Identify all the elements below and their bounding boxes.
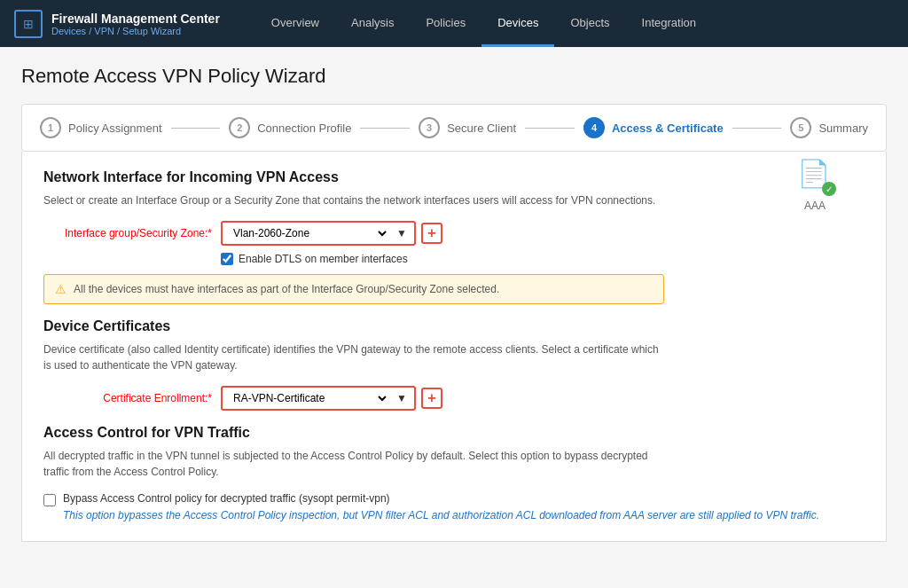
logo-text: Firewall Management Center Devices / VPN… [51, 12, 220, 36]
device-cert-title: Device Certificates [43, 318, 865, 334]
access-control-title: Access Control for VPN Traffic [43, 425, 865, 441]
step-connector-1 [171, 128, 221, 129]
dtls-checkbox-row: Enable DTLS on member interfaces [221, 253, 865, 265]
bypass-note: This option bypasses the Access Control … [63, 507, 819, 523]
logo-icon: ⊞ [14, 10, 43, 38]
step-5-label: Summary [818, 122, 868, 135]
interface-dropdown[interactable]: Vlan-2060-Zone ▼ [221, 221, 416, 246]
cert-dropdown[interactable]: RA-VPN-Certificate ▼ [221, 386, 416, 411]
breadcrumb: Devices / VPN / Setup Wizard [51, 26, 220, 36]
wizard-steps: 1 Policy Assignment 2 Connection Profile… [21, 104, 887, 152]
step-3-label: Secure Client [447, 122, 516, 135]
step-1-label: Policy Assignment [68, 122, 162, 135]
step-3: 3 Secure Client [419, 117, 516, 138]
step-1: 1 Policy Assignment [40, 117, 162, 138]
step-4-circle: 4 [583, 117, 605, 138]
step-connector-4 [732, 128, 782, 129]
step-2-label: Connection Profile [257, 122, 351, 135]
step-5: 5 Summary [790, 117, 868, 138]
nav-overview[interactable]: Overview [255, 0, 335, 47]
network-interface-title: Network Interface for Incoming VPN Acces… [43, 169, 865, 185]
cert-field-label: Certificate Enrollment:* [43, 392, 212, 404]
nav-devices[interactable]: Devices [481, 0, 554, 47]
step-connector-2 [360, 128, 410, 129]
warning-text: All the devices must have interfaces as … [74, 283, 499, 295]
cert-select[interactable]: RA-VPN-Certificate [230, 391, 389, 405]
nav-menu: Overview Analysis Policies Devices Objec… [255, 0, 712, 47]
interface-dropdown-wrapper: Vlan-2060-Zone ▼ + [221, 221, 442, 246]
access-control-section: Access Control for VPN Traffic All decry… [43, 425, 865, 523]
interface-field-row: Interface group/Security Zone:* Vlan-206… [43, 221, 865, 246]
step-2: 2 Connection Profile [229, 117, 351, 138]
app-title: Firewall Management Center [51, 12, 220, 26]
interface-select[interactable]: Vlan-2060-Zone [230, 226, 389, 240]
access-control-desc: All decrypted traffic in the VPN tunnel … [43, 448, 664, 480]
add-cert-button[interactable]: + [421, 388, 442, 409]
cert-dropdown-wrapper: RA-VPN-Certificate ▼ + [221, 386, 442, 411]
step-2-circle: 2 [229, 117, 250, 138]
step-1-circle: 1 [40, 117, 61, 138]
aaa-icon: 📄 ✓ [797, 161, 833, 196]
step-connector-3 [525, 128, 575, 129]
dropdown-arrow-icon: ▼ [396, 227, 407, 239]
page-title: Remote Access VPN Policy Wizard [21, 65, 887, 88]
bypass-text: Bypass Access Control policy for decrypt… [63, 492, 819, 523]
network-interface-desc: Select or create an Interface Group or a… [43, 192, 664, 208]
aaa-label: AAA [804, 200, 826, 212]
dtls-checkbox-label[interactable]: Enable DTLS on member interfaces [239, 253, 408, 265]
bypass-label: Bypass Access Control policy for decrypt… [63, 492, 819, 505]
bypass-checkbox[interactable] [43, 494, 56, 506]
step-3-circle: 3 [419, 117, 440, 138]
page-content: Remote Access VPN Policy Wizard 1 Policy… [0, 47, 908, 588]
form-area: 📄 ✓ AAA Network Interface for Incoming V… [21, 152, 887, 542]
add-interface-button[interactable]: + [421, 223, 442, 244]
device-certificates-section: Device Certificates Device certificate (… [43, 318, 865, 411]
cert-field-row: Certificate Enrollment:* RA-VPN-Certific… [43, 386, 865, 411]
step-4-label: Access & Certificate [612, 122, 724, 135]
nav-objects[interactable]: Objects [554, 0, 625, 47]
step-4: 4 Access & Certificate [583, 117, 724, 138]
device-cert-desc: Device certificate (also called Identity… [43, 341, 664, 373]
warning-banner: ⚠ All the devices must have interfaces a… [43, 274, 664, 304]
dtls-checkbox[interactable] [221, 253, 233, 265]
nav-integration[interactable]: Integration [626, 0, 712, 47]
warning-icon: ⚠ [55, 282, 67, 296]
cert-dropdown-arrow-icon: ▼ [396, 392, 407, 404]
nav-policies[interactable]: Policies [410, 0, 481, 47]
step-5-circle: 5 [790, 117, 811, 138]
top-navigation: ⊞ Firewall Management Center Devices / V… [0, 0, 908, 47]
aaa-icon-container: 📄 ✓ AAA [797, 161, 833, 212]
network-interface-section: Network Interface for Incoming VPN Acces… [43, 169, 865, 304]
interface-field-label: Interface group/Security Zone:* [43, 227, 212, 239]
check-badge-icon: ✓ [822, 182, 836, 196]
app-logo: ⊞ Firewall Management Center Devices / V… [14, 10, 220, 38]
nav-analysis[interactable]: Analysis [335, 0, 410, 47]
setup-wizard-link[interactable]: Setup Wizard [122, 26, 181, 36]
bypass-row: Bypass Access Control policy for decrypt… [43, 492, 865, 523]
